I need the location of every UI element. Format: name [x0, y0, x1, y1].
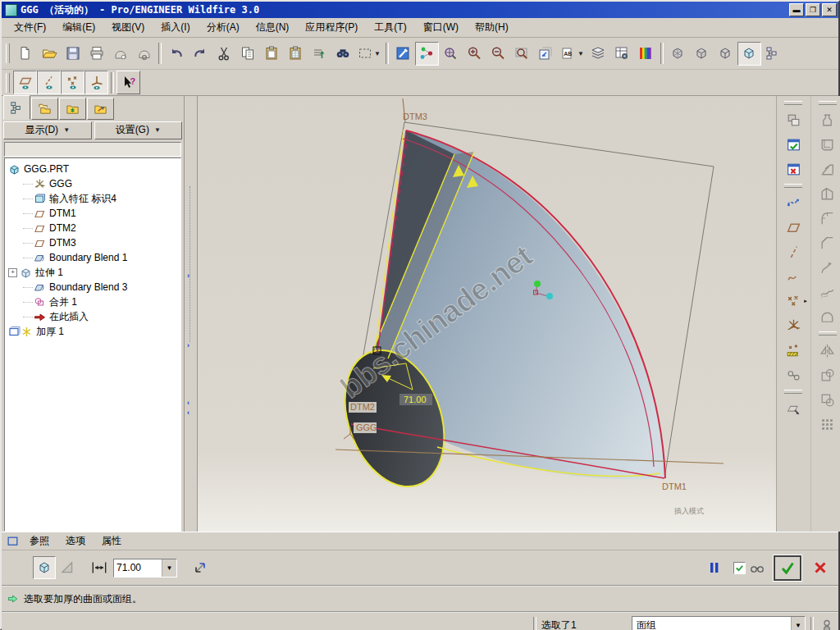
preview-checkbox[interactable] — [733, 562, 746, 574]
draft-button[interactable] — [814, 157, 840, 181]
csys-display-button[interactable] — [84, 71, 108, 94]
tree-row-blend3[interactable]: Boundary Blend 3 — [7, 280, 180, 294]
tab-connections[interactable] — [87, 98, 114, 120]
thickness-input[interactable] — [114, 559, 162, 577]
tab-model-tree[interactable] — [3, 95, 30, 120]
repaint-button[interactable] — [391, 42, 415, 66]
use-edge-button[interactable] — [780, 363, 807, 387]
chamfer-button[interactable] — [814, 231, 840, 255]
context-help-button[interactable]: ? — [116, 71, 140, 94]
redo-button[interactable] — [188, 42, 212, 66]
dimension-label[interactable]: 71.00 — [399, 394, 432, 405]
new-file-button[interactable] — [13, 42, 37, 66]
expand-icon[interactable]: + — [8, 268, 17, 277]
sketch-button[interactable] — [780, 338, 807, 363]
datum-curve-button[interactable] — [780, 190, 807, 215]
select-rect-dropdown[interactable]: ▼ — [374, 50, 381, 57]
tree-row-dtm1[interactable]: DTM1 — [7, 206, 180, 221]
pattern-button[interactable] — [814, 412, 840, 436]
hidden-line-button[interactable] — [690, 42, 714, 66]
menu-applications[interactable]: 应用程序(P) — [298, 19, 365, 36]
menu-insert[interactable]: 插入(I) — [153, 19, 197, 36]
undo-button[interactable] — [164, 42, 188, 66]
menu-edit[interactable]: 编辑(E) — [55, 19, 103, 36]
flyout-arrow-icon[interactable]: ▸ — [804, 298, 807, 304]
resume-button[interactable] — [780, 132, 807, 157]
find-button[interactable] — [331, 42, 354, 66]
tree-row-part[interactable]: GGG.PRT — [7, 162, 180, 176]
layers-button[interactable] — [587, 42, 610, 66]
navigator-sash[interactable]: › › ‹ ‹ — [184, 96, 198, 532]
axis-display-button[interactable] — [37, 71, 61, 94]
zoom-in-button[interactable] — [463, 42, 486, 66]
print-button[interactable] — [84, 42, 108, 66]
toolbar-grip[interactable] — [6, 73, 10, 93]
shell-button[interactable] — [814, 132, 840, 157]
flip-direction-button[interactable] — [189, 556, 212, 579]
tree-row-csys[interactable]: GGG — [7, 176, 180, 191]
menu-tools[interactable]: 工具(T) — [367, 19, 413, 36]
menu-info[interactable]: 信息(N) — [249, 19, 297, 36]
model-tree[interactable]: GGG.PRT GGG 输入特征 标识4 DTM1 DTM2 DTM3 Boun… — [4, 158, 181, 532]
thickness-dropdown-button[interactable]: ▼ — [162, 559, 176, 577]
send-email-button[interactable] — [108, 42, 132, 66]
model-canvas[interactable]: 71.00 DTM3 DTM2 GGG DTM1 — [198, 96, 776, 532]
tree-row-insert-here[interactable]: 在此插入 — [7, 309, 180, 324]
paste-special-button[interactable] — [283, 42, 307, 66]
copy-geometry-button[interactable] — [780, 396, 807, 421]
title-bar[interactable]: GGG （活动的） - Pro/ENGINEER Wildfire 3.0 ▬ … — [2, 2, 838, 18]
show-button[interactable]: 显示(D)▼ — [3, 121, 92, 139]
graphics-viewport[interactable]: 71.00 DTM3 DTM2 GGG DTM1 — [198, 96, 776, 532]
sash-expand-icon[interactable]: ‹ — [187, 409, 189, 416]
sketched-curve-button[interactable] — [780, 264, 807, 289]
zoom-out-button[interactable] — [486, 42, 510, 66]
dtm1-label[interactable]: DTM1 — [662, 482, 687, 491]
menu-help[interactable]: 帮助(H) — [468, 19, 516, 36]
datum-csys-button[interactable] — [780, 313, 807, 338]
view-manager-button[interactable] — [610, 42, 634, 66]
spin-center-button[interactable] — [415, 42, 439, 66]
no-hidden-button[interactable] — [714, 42, 737, 66]
toolbar-grip[interactable] — [819, 101, 837, 105]
sweep-button[interactable] — [814, 255, 840, 280]
tab-properties[interactable]: 属性 — [95, 532, 128, 550]
save-button[interactable] — [61, 42, 84, 66]
restore-button[interactable]: ❐ — [806, 3, 820, 16]
tab-favorites[interactable] — [59, 98, 86, 120]
filter-icon[interactable] — [819, 618, 835, 630]
datum-plane-button[interactable] — [780, 215, 807, 240]
plane-display-button[interactable] — [13, 71, 37, 94]
hole-button[interactable] — [814, 107, 840, 132]
annotation-dropdown[interactable]: ▼ — [578, 50, 584, 57]
point-display-button[interactable] — [61, 71, 84, 94]
solid-result-button[interactable] — [33, 556, 56, 579]
menu-view[interactable]: 视图(V) — [104, 19, 152, 36]
pause-button[interactable] — [703, 556, 726, 579]
zoom-refit-button[interactable] — [510, 42, 534, 66]
menu-file[interactable]: 文件(F) — [7, 19, 53, 36]
tab-options[interactable]: 选项 — [59, 532, 92, 550]
tree-header-field[interactable] — [4, 142, 181, 157]
boundary-dome-button[interactable] — [814, 304, 840, 329]
tree-row-dtm3[interactable]: DTM3 — [7, 235, 180, 250]
sash-expand-icon[interactable]: ‹ — [187, 399, 189, 406]
select-rect-button[interactable]: ▼ — [354, 42, 383, 66]
tree-row-import[interactable]: 输入特征 标识4 — [7, 191, 180, 206]
extend-button[interactable] — [814, 387, 840, 412]
annotation-ab-button[interactable]: AB▼ — [558, 42, 587, 66]
variable-sweep-button[interactable] — [814, 280, 840, 304]
open-file-button[interactable] — [37, 42, 61, 66]
tree-row-extrude[interactable]: +拉伸 1 — [7, 265, 180, 280]
sash-collapse-icon[interactable]: › — [187, 272, 189, 279]
ok-button[interactable] — [774, 555, 801, 581]
close-button[interactable]: ✕ — [822, 3, 837, 16]
datum-axis-button[interactable] — [780, 240, 807, 264]
toolbar-grip[interactable] — [784, 184, 802, 188]
tab-references[interactable]: 参照 — [23, 532, 56, 550]
mirror-button[interactable] — [814, 338, 840, 363]
toolbar-grip[interactable] — [819, 331, 837, 336]
toolbar-grip[interactable] — [784, 390, 802, 394]
datum-point-button[interactable]: ▸ — [780, 289, 807, 313]
copy-window-button[interactable] — [780, 107, 807, 132]
appearance-colors-button[interactable] — [634, 42, 658, 66]
